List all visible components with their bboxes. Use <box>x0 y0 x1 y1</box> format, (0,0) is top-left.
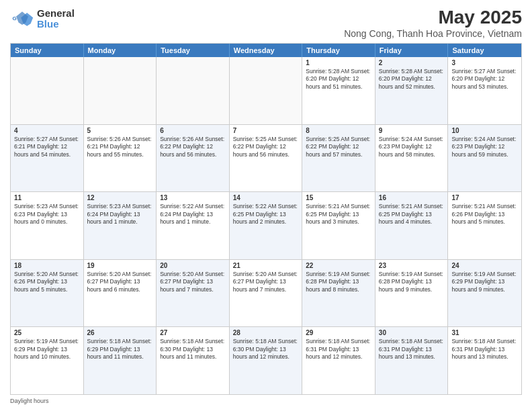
cal-cell-1-4: 8Sunrise: 5:25 AM Sunset: 6:22 PM Daylig… <box>302 125 375 192</box>
cell-text: Sunrise: 5:27 AM Sunset: 6:20 PM Dayligh… <box>451 68 518 91</box>
cal-cell-0-2 <box>157 57 230 124</box>
cal-cell-1-1: 5Sunrise: 5:26 AM Sunset: 6:21 PM Daylig… <box>84 125 157 192</box>
cal-cell-2-6: 17Sunrise: 5:21 AM Sunset: 6:26 PM Dayli… <box>448 192 521 259</box>
header-cell-friday: Friday <box>375 44 449 57</box>
day-number: 26 <box>87 329 153 336</box>
header-cell-thursday: Thursday <box>302 44 375 57</box>
cal-cell-2-4: 15Sunrise: 5:21 AM Sunset: 6:25 PM Dayli… <box>302 192 375 259</box>
cal-cell-2-0: 11Sunrise: 5:23 AM Sunset: 6:23 PM Dayli… <box>11 192 84 259</box>
cal-cell-0-4: 1Sunrise: 5:28 AM Sunset: 6:20 PM Daylig… <box>302 57 375 124</box>
day-number: 13 <box>160 194 226 201</box>
day-number: 22 <box>306 262 371 269</box>
cal-cell-1-2: 6Sunrise: 5:26 AM Sunset: 6:22 PM Daylig… <box>157 125 230 192</box>
cal-cell-0-6: 3Sunrise: 5:27 AM Sunset: 6:20 PM Daylig… <box>448 57 521 124</box>
cell-text: Sunrise: 5:22 AM Sunset: 6:24 PM Dayligh… <box>160 203 226 226</box>
cal-cell-3-2: 20Sunrise: 5:20 AM Sunset: 6:27 PM Dayli… <box>157 260 230 327</box>
cell-text: Sunrise: 5:18 AM Sunset: 6:31 PM Dayligh… <box>451 338 518 361</box>
day-number: 10 <box>451 127 518 134</box>
day-number: 8 <box>306 127 371 134</box>
day-number: 16 <box>379 194 445 201</box>
cell-text: Sunrise: 5:18 AM Sunset: 6:31 PM Dayligh… <box>379 338 445 361</box>
cal-cell-4-0: 25Sunrise: 5:19 AM Sunset: 6:29 PM Dayli… <box>11 327 84 394</box>
cell-text: Sunrise: 5:26 AM Sunset: 6:22 PM Dayligh… <box>160 136 226 158</box>
title-section: May 2025 Nong Cong, Thanh Hoa Province, … <box>344 7 522 39</box>
cell-text: Sunrise: 5:18 AM Sunset: 6:30 PM Dayligh… <box>233 338 299 361</box>
cal-cell-4-2: 27Sunrise: 5:18 AM Sunset: 6:30 PM Dayli… <box>157 327 230 394</box>
logo-line2: Blue <box>37 19 75 30</box>
cal-cell-4-1: 26Sunrise: 5:18 AM Sunset: 6:29 PM Dayli… <box>84 327 157 394</box>
header: G General Blue May 2025 Nong Cong, Thanh… <box>10 7 522 39</box>
calendar: SundayMondayTuesdayWednesdayThursdayFrid… <box>10 43 522 395</box>
day-number: 7 <box>233 127 299 134</box>
day-number: 2 <box>379 59 445 66</box>
cell-text: Sunrise: 5:18 AM Sunset: 6:31 PM Dayligh… <box>306 338 371 361</box>
cell-text: Sunrise: 5:20 AM Sunset: 6:27 PM Dayligh… <box>87 271 153 293</box>
header-cell-wednesday: Wednesday <box>230 44 303 57</box>
cell-text: Sunrise: 5:19 AM Sunset: 6:28 PM Dayligh… <box>306 271 371 293</box>
day-number: 3 <box>451 59 518 66</box>
cal-cell-3-6: 24Sunrise: 5:19 AM Sunset: 6:29 PM Dayli… <box>448 260 521 327</box>
calendar-row-1: 4Sunrise: 5:27 AM Sunset: 6:21 PM Daylig… <box>11 124 521 192</box>
day-number: 15 <box>306 194 371 201</box>
page-title: May 2025 <box>344 7 522 28</box>
calendar-row-3: 18Sunrise: 5:20 AM Sunset: 6:26 PM Dayli… <box>11 259 521 327</box>
day-number: 25 <box>14 329 80 336</box>
header-cell-monday: Monday <box>84 44 157 57</box>
cell-text: Sunrise: 5:25 AM Sunset: 6:22 PM Dayligh… <box>233 136 299 158</box>
logo-line1: General <box>37 8 75 19</box>
cell-text: Sunrise: 5:20 AM Sunset: 6:27 PM Dayligh… <box>160 271 226 293</box>
logo: G General Blue <box>10 7 75 31</box>
cell-text: Sunrise: 5:19 AM Sunset: 6:29 PM Dayligh… <box>451 271 518 293</box>
cal-cell-1-3: 7Sunrise: 5:25 AM Sunset: 6:22 PM Daylig… <box>230 125 303 192</box>
cell-text: Sunrise: 5:21 AM Sunset: 6:26 PM Dayligh… <box>451 203 518 226</box>
day-number: 14 <box>233 194 299 201</box>
cal-cell-2-2: 13Sunrise: 5:22 AM Sunset: 6:24 PM Dayli… <box>157 192 230 259</box>
calendar-row-0: 1Sunrise: 5:28 AM Sunset: 6:20 PM Daylig… <box>11 57 521 124</box>
cell-text: Sunrise: 5:23 AM Sunset: 6:24 PM Dayligh… <box>87 203 153 226</box>
page: G General Blue May 2025 Nong Cong, Thanh… <box>0 0 532 411</box>
logo-icon: G <box>10 7 34 31</box>
day-number: 12 <box>87 194 153 201</box>
cal-cell-4-3: 28Sunrise: 5:18 AM Sunset: 6:30 PM Dayli… <box>230 327 303 394</box>
cal-cell-3-5: 23Sunrise: 5:19 AM Sunset: 6:28 PM Dayli… <box>375 260 449 327</box>
cal-cell-3-3: 21Sunrise: 5:20 AM Sunset: 6:27 PM Dayli… <box>230 260 303 327</box>
day-number: 1 <box>306 59 371 66</box>
logo-text: General Blue <box>37 8 75 30</box>
cell-text: Sunrise: 5:28 AM Sunset: 6:20 PM Dayligh… <box>306 68 371 91</box>
cell-text: Sunrise: 5:22 AM Sunset: 6:25 PM Dayligh… <box>233 203 299 226</box>
day-number: 6 <box>160 127 226 134</box>
cal-cell-3-4: 22Sunrise: 5:19 AM Sunset: 6:28 PM Dayli… <box>302 260 375 327</box>
cal-cell-0-5: 2Sunrise: 5:28 AM Sunset: 6:20 PM Daylig… <box>375 57 449 124</box>
day-number: 18 <box>14 262 80 269</box>
cell-text: Sunrise: 5:25 AM Sunset: 6:22 PM Dayligh… <box>306 136 371 158</box>
day-number: 5 <box>87 127 153 134</box>
cal-cell-3-1: 19Sunrise: 5:20 AM Sunset: 6:27 PM Dayli… <box>84 260 157 327</box>
calendar-row-2: 11Sunrise: 5:23 AM Sunset: 6:23 PM Dayli… <box>11 191 521 259</box>
cal-cell-1-0: 4Sunrise: 5:27 AM Sunset: 6:21 PM Daylig… <box>11 125 84 192</box>
cell-text: Sunrise: 5:28 AM Sunset: 6:20 PM Dayligh… <box>379 68 445 91</box>
cell-text: Sunrise: 5:24 AM Sunset: 6:23 PM Dayligh… <box>379 136 445 158</box>
cell-text: Sunrise: 5:26 AM Sunset: 6:21 PM Dayligh… <box>87 136 153 158</box>
cal-cell-2-5: 16Sunrise: 5:21 AM Sunset: 6:25 PM Dayli… <box>375 192 449 259</box>
footer-note: Daylight hours <box>10 398 522 404</box>
calendar-body: 1Sunrise: 5:28 AM Sunset: 6:20 PM Daylig… <box>11 57 521 394</box>
cal-cell-1-5: 9Sunrise: 5:24 AM Sunset: 6:23 PM Daylig… <box>375 125 449 192</box>
calendar-header: SundayMondayTuesdayWednesdayThursdayFrid… <box>11 44 521 57</box>
page-subtitle: Nong Cong, Thanh Hoa Province, Vietnam <box>344 28 522 39</box>
cal-cell-1-6: 10Sunrise: 5:24 AM Sunset: 6:23 PM Dayli… <box>448 125 521 192</box>
header-cell-sunday: Sunday <box>11 44 84 57</box>
cell-text: Sunrise: 5:20 AM Sunset: 6:26 PM Dayligh… <box>14 271 80 293</box>
cell-text: Sunrise: 5:27 AM Sunset: 6:21 PM Dayligh… <box>14 136 80 158</box>
header-cell-tuesday: Tuesday <box>157 44 230 57</box>
day-number: 9 <box>379 127 445 134</box>
cell-text: Sunrise: 5:23 AM Sunset: 6:23 PM Dayligh… <box>14 203 80 226</box>
cal-cell-3-0: 18Sunrise: 5:20 AM Sunset: 6:26 PM Dayli… <box>11 260 84 327</box>
day-number: 20 <box>160 262 226 269</box>
day-number: 19 <box>87 262 153 269</box>
day-number: 24 <box>451 262 518 269</box>
day-number: 11 <box>14 194 80 201</box>
day-number: 23 <box>379 262 445 269</box>
day-number: 21 <box>233 262 299 269</box>
day-number: 30 <box>379 329 445 336</box>
cell-text: Sunrise: 5:18 AM Sunset: 6:30 PM Dayligh… <box>160 338 226 361</box>
